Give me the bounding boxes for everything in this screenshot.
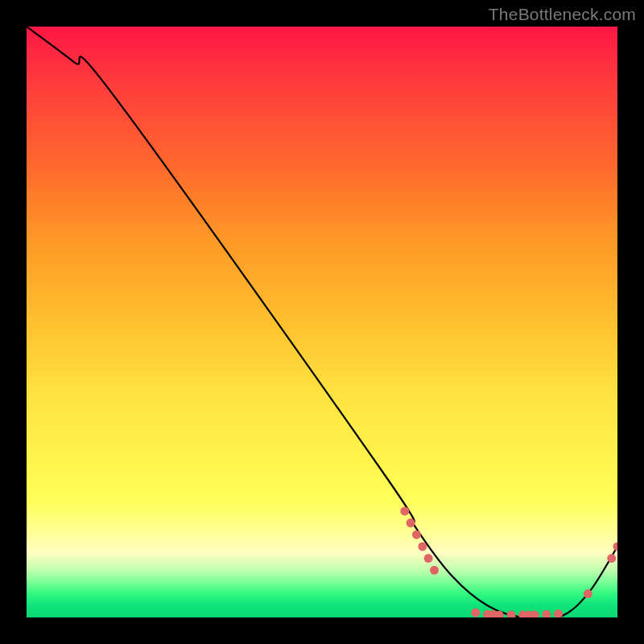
marker-point (430, 566, 439, 575)
marker-point (418, 542, 427, 551)
chart-svg (27, 27, 617, 617)
marker-point (424, 554, 433, 563)
marker-point (412, 530, 421, 539)
marker-point (542, 610, 551, 617)
marker-point (607, 554, 616, 563)
marker-point (471, 609, 480, 617)
marker-point (554, 609, 563, 617)
marker-point (407, 518, 415, 527)
bottleneck-curve (27, 27, 617, 617)
marker-point (613, 542, 618, 551)
watermark-text: TheBottleneck.com (489, 5, 636, 24)
chart-frame: TheBottleneck.com (0, 0, 644, 644)
highlight-points (400, 506, 617, 617)
marker-point (506, 611, 515, 617)
marker-point (400, 506, 409, 515)
plot-area (27, 27, 617, 617)
marker-point (584, 589, 592, 598)
